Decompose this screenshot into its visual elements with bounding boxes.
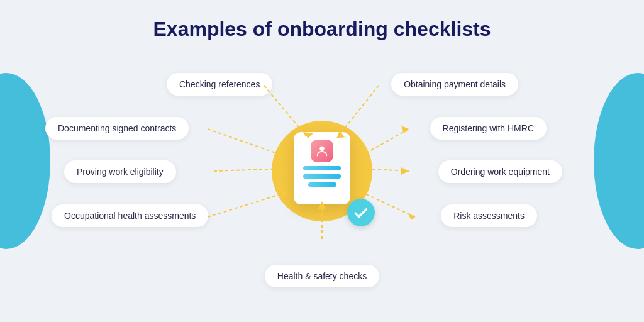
- pill-proving: Proving work eligibility: [64, 160, 176, 183]
- center-illustration: [259, 108, 385, 234]
- document-card: [294, 132, 350, 204]
- doc-line-1: [303, 166, 341, 170]
- page-title: Examples of onboarding checklists: [153, 18, 491, 41]
- pill-documenting: Documenting signed contracts: [45, 117, 189, 140]
- pill-obtaining-payment: Obtaining payment details: [391, 73, 518, 96]
- svg-point-0: [319, 147, 324, 151]
- pill-occupational: Occupational health assessments: [52, 204, 208, 227]
- doc-line-3: [308, 182, 336, 187]
- checkmark-icon: [347, 199, 375, 226]
- pill-risk: Risk assessments: [441, 204, 537, 227]
- pill-ordering: Ordering work equipment: [438, 160, 562, 183]
- pill-registering: Registering with HMRC: [430, 117, 547, 140]
- pill-health-safety: Health & safety checks: [265, 265, 379, 287]
- pill-checking-refs: Checking references: [167, 73, 272, 96]
- document-avatar-icon: [311, 140, 333, 162]
- doc-line-2: [303, 174, 341, 179]
